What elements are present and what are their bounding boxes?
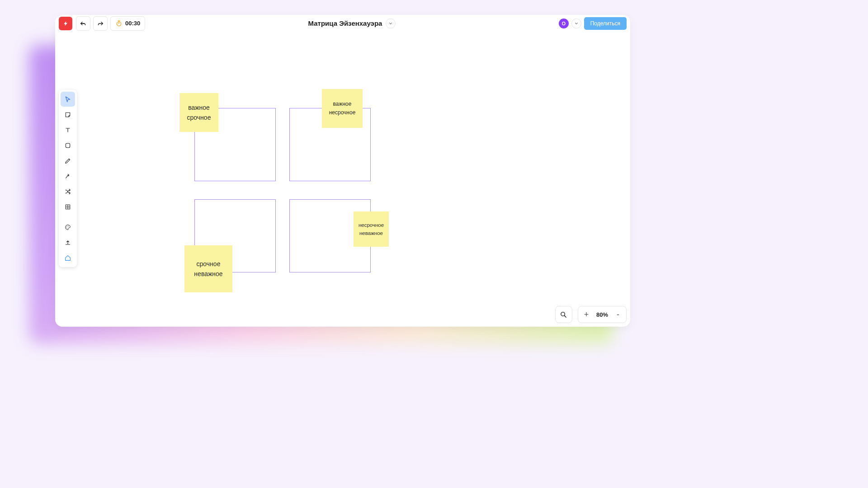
title-area: Матрица Эйзенхауэра	[145, 19, 558, 28]
sticky-note-important-not-urgent[interactable]: важное несрочное	[322, 89, 363, 128]
search-icon	[560, 311, 567, 319]
share-button[interactable]: Поделиться	[584, 17, 627, 30]
timer-value: 00:30	[125, 20, 140, 27]
document-title[interactable]: Матрица Эйзенхауэра	[308, 19, 382, 27]
timer-button[interactable]: 00:30	[110, 16, 145, 31]
zoom-bar: + 80% -	[578, 306, 627, 323]
sticky-line: несрочное	[329, 108, 356, 117]
app-window: 00:30 Матрица Эйзенхауэра О Поделиться	[55, 15, 630, 327]
zoom-controls: + 80% -	[555, 306, 627, 323]
sticky-note-not-urgent-not-important[interactable]: несрочное неважное	[354, 211, 389, 247]
sticky-line: несрочное	[359, 221, 384, 229]
redo-button[interactable]	[93, 16, 108, 31]
zoom-in-button[interactable]: +	[580, 308, 593, 321]
avatar-initial: О	[561, 21, 566, 26]
sticky-line: неважное	[194, 269, 222, 279]
user-menu-button[interactable]	[571, 19, 581, 28]
app-logo-button[interactable]	[59, 17, 72, 30]
svg-point-10	[561, 312, 565, 316]
sticky-line: срочное	[197, 259, 221, 269]
zoom-out-button[interactable]: -	[612, 308, 624, 321]
zoom-level[interactable]: 80%	[593, 311, 612, 318]
stopwatch-icon	[115, 20, 123, 27]
redo-icon	[97, 20, 104, 27]
undo-button[interactable]	[76, 16, 90, 31]
svg-line-11	[565, 315, 566, 317]
top-bar: 00:30 Матрица Эйзенхауэра О Поделиться	[55, 15, 630, 32]
sticky-note-important-urgent[interactable]: важное срочное	[179, 93, 218, 132]
sticky-line: важное	[333, 100, 352, 108]
chevron-down-icon	[388, 21, 393, 26]
sticky-line: важное	[188, 103, 210, 113]
logo-icon	[62, 20, 69, 27]
sticky-note-urgent-not-important[interactable]: срочное неважное	[184, 245, 232, 292]
canvas[interactable]: важное срочное важное несрочное срочное …	[55, 32, 630, 327]
title-dropdown-button[interactable]	[386, 19, 396, 28]
sticky-line: неважное	[359, 229, 383, 237]
sticky-line: срочное	[187, 113, 211, 122]
search-button[interactable]	[555, 306, 572, 323]
user-avatar[interactable]: О	[559, 19, 569, 28]
chevron-down-icon	[574, 21, 579, 26]
undo-icon	[80, 20, 87, 27]
